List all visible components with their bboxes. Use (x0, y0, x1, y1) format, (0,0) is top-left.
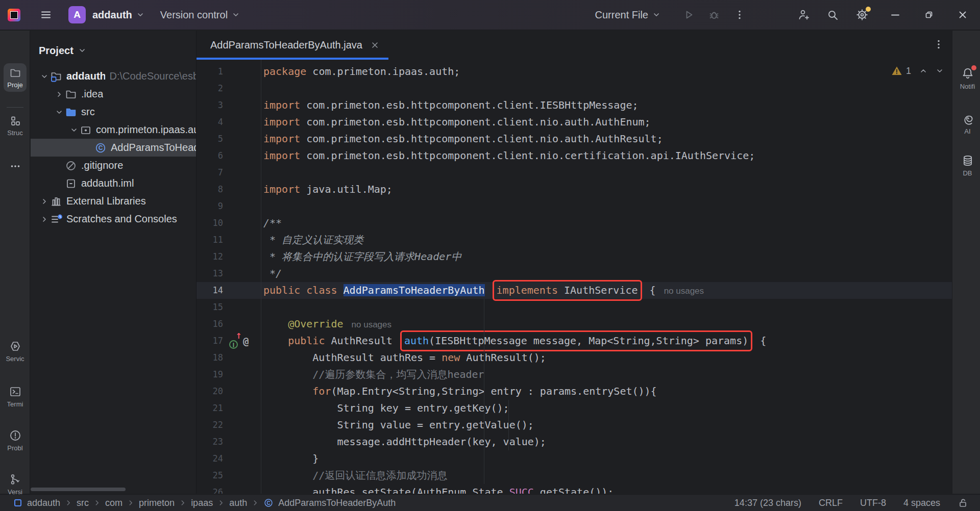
code-line-5[interactable]: 5import com.primeton.esb.httpcomponent.c… (197, 131, 952, 147)
horizontal-scrollbar-thumb[interactable] (31, 488, 126, 491)
ignored-icon (65, 160, 77, 172)
tool-window-button-services[interactable]: Servic (0, 340, 30, 363)
code-editor[interactable]: 1package com.primeton.ipaas.auth;23impor… (197, 60, 952, 494)
chevron-down-icon[interactable] (68, 126, 80, 134)
next-problem-icon[interactable] (936, 67, 944, 75)
tool-window-button-more[interactable] (0, 160, 30, 172)
tree-item-src[interactable]: src (31, 103, 196, 121)
breadcrumb-item[interactable]: addauth (27, 498, 60, 508)
tool-window-button-ai-assistant[interactable]: AI (952, 112, 980, 135)
code-line-22[interactable]: 22 String value = entry.getValue(); (197, 417, 952, 433)
chevron-right-icon (252, 499, 259, 506)
editor-options-icon[interactable] (933, 38, 945, 50)
project-tree: addauthD:\CodeSource\esb.ideasrccom.prim… (31, 67, 196, 228)
writable-lock-icon[interactable] (958, 497, 969, 508)
code-line-25[interactable]: 25 //返回认证信息添加成功消息 (197, 467, 952, 484)
code-line-12[interactable]: 12 * 将集合中的认证字段写入请求Header中 (197, 248, 952, 265)
code-with-me-icon[interactable] (797, 8, 810, 21)
tree-item-scratches-and-consoles[interactable]: Scratches and Consoles (31, 210, 196, 228)
chevron-right-icon[interactable] (39, 197, 50, 206)
vcs-widget-label: Version control (160, 9, 228, 21)
stripe-label: Servic (6, 355, 24, 363)
project-tool-window: Project addauthD:\CodeSource\esb.ideasrc… (31, 31, 197, 494)
code-line-24[interactable]: 24 } (197, 450, 952, 467)
code-line-20[interactable]: 20 for(Map.Entry<String,String> entry : … (197, 383, 952, 400)
code-line-10[interactable]: 10/** (197, 215, 952, 232)
project-avatar[interactable]: A (68, 6, 86, 23)
breadcrumb-item[interactable]: ipaas (191, 498, 213, 508)
line-number: 6 (197, 147, 223, 164)
line-number: 1 (197, 63, 223, 80)
tree-item-com-primeton-ipaas-auth[interactable]: com.primeton.ipaas.auth (31, 121, 196, 139)
code-line-14[interactable]: 14public class AddParamsToHeaderByAuth i… (197, 282, 952, 299)
breadcrumb-item[interactable]: auth (229, 498, 247, 508)
tool-window-button-problems[interactable]: Probl (0, 429, 30, 452)
minimize-button[interactable] (889, 9, 901, 21)
code-line-18[interactable]: 18 AuthResult authRes = new AuthResult()… (197, 349, 952, 366)
code-line-8[interactable]: 8import java.util.Map; (197, 181, 952, 198)
search-everywhere-icon[interactable] (826, 9, 839, 21)
code-line-15[interactable]: 15 (197, 299, 952, 316)
close-window-button[interactable] (957, 9, 969, 21)
tool-window-button-notifications[interactable]: Notifi (952, 66, 980, 90)
project-panel-header[interactable]: Project (31, 31, 196, 59)
indent-widget[interactable]: 4 spaces (903, 498, 940, 508)
editor-tab-title: AddParamsToHeaderByAuth.java (210, 39, 362, 51)
code-line-19[interactable]: 19 //遍历参数集合，均写入消息header (197, 366, 952, 383)
code-line-23[interactable]: 23 message.addHttpHeader(key, value); (197, 433, 952, 450)
code-line-11[interactable]: 11 * 自定义认证实现类 (197, 232, 952, 248)
previous-problem-icon[interactable] (919, 66, 928, 75)
code-line-21[interactable]: 21 String key = entry.getKey(); (197, 400, 952, 417)
main-menu-icon[interactable] (40, 9, 52, 21)
right-tool-window-stripe: NotifiAIDB (952, 31, 980, 494)
code-line-7[interactable]: 7 (197, 164, 952, 181)
code-line-2[interactable]: 2 (197, 80, 952, 97)
tree-item-addauth-iml[interactable]: addauth.iml (31, 174, 196, 192)
project-widget[interactable]: addauth (86, 9, 145, 21)
stripe-label: AI (964, 127, 970, 135)
code-line-17[interactable]: 17I↑@ public AuthResult auth(IESBHttpMes… (197, 333, 952, 349)
debug-button[interactable] (708, 9, 720, 21)
code-line-4[interactable]: 4import com.primeton.esb.httpcomponent.c… (197, 114, 952, 131)
implements-gutter-icon[interactable]: I↑ (229, 336, 240, 346)
code-line-3[interactable]: 3import com.primeton.esb.httpcomponent.c… (197, 97, 952, 114)
line-separator-widget[interactable]: CRLF (819, 498, 843, 508)
tree-item-addauth[interactable]: addauthD:\CodeSource\esb (31, 67, 196, 85)
tree-item--idea[interactable]: .idea (31, 85, 196, 103)
code-line-1[interactable]: 1package com.primeton.ipaas.auth; (197, 63, 952, 80)
tool-window-button-terminal[interactable]: Termi (0, 385, 30, 408)
caret-position-widget[interactable]: 14:37 (23 chars) (734, 498, 801, 508)
branch-icon (9, 473, 22, 486)
breadcrumb-item[interactable]: src (77, 498, 89, 508)
file-iml-icon (65, 177, 77, 190)
encoding-widget[interactable]: UTF-8 (860, 498, 886, 508)
chevron-down-icon[interactable] (39, 72, 50, 81)
svg-text:C: C (99, 144, 103, 151)
restore-window-button[interactable] (923, 9, 935, 21)
settings-gear-icon[interactable] (855, 8, 869, 21)
project-path: D:\CodeSource\esb (110, 70, 196, 82)
tool-window-button-project[interactable]: Proje (4, 63, 27, 92)
code-line-26[interactable]: 26 authRes.setState(AuthEnum.State.SUCC.… (197, 484, 952, 494)
code-line-9[interactable]: 9 (197, 198, 952, 215)
breadcrumb-item[interactable]: primeton (139, 498, 175, 508)
editor-tab[interactable]: AddParamsToHeaderByAuth.java (197, 31, 388, 60)
chevron-down-icon[interactable] (54, 108, 65, 116)
tool-window-button-database[interactable]: DB (952, 154, 980, 177)
code-line-6[interactable]: 6import com.primeton.esb.httpcomponent.c… (197, 147, 952, 164)
more-actions-icon[interactable] (733, 9, 746, 21)
close-icon[interactable] (371, 41, 379, 49)
run-configuration-selector[interactable]: Current File (595, 9, 661, 21)
inspections-widget[interactable]: 1 (891, 65, 944, 76)
breadcrumb-item[interactable]: AddParamsToHeaderByAuth (278, 498, 396, 508)
tree-item-label: .idea (81, 88, 103, 100)
tree-item--gitignore[interactable]: .gitignore (31, 157, 196, 174)
chevron-right-icon[interactable] (39, 215, 50, 223)
tree-item-external-libraries[interactable]: External Libraries (31, 192, 196, 210)
chevron-right-icon[interactable] (54, 90, 65, 98)
breadcrumb-item[interactable]: com (105, 498, 122, 508)
tree-item-addparamstoheaderbyauth[interactable]: CAddParamsToHeaderByAuth (31, 139, 196, 157)
tool-window-button-structure[interactable]: Struc (0, 115, 30, 137)
vcs-widget[interactable]: Version control (145, 9, 240, 21)
run-button[interactable] (682, 9, 695, 21)
